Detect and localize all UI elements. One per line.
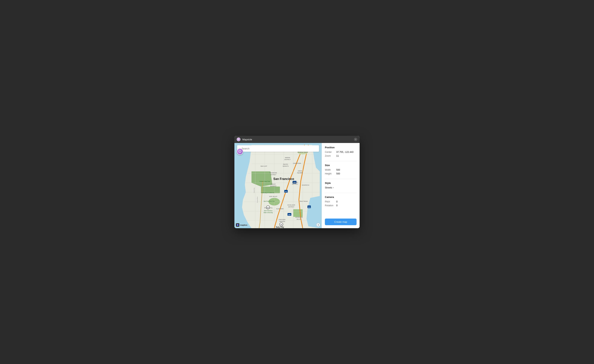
- center-row: Center 37.755, -122.443: [325, 151, 357, 153]
- svg-text:University of California: University of California: [261, 192, 274, 194]
- info-button[interactable]: ℹ: [316, 223, 320, 227]
- rotation-label: Rotation: [325, 204, 336, 207]
- svg-text:Daly City: Daly City: [276, 226, 284, 228]
- rotation-value: 0: [336, 204, 338, 207]
- window-body: 101 101 280 280 1 35 San Francisco Daly …: [234, 143, 360, 228]
- mapbox-logo: mapbox: [236, 223, 247, 227]
- svg-text:HEIGHTS: HEIGHTS: [283, 166, 289, 167]
- svg-text:DOGPATCH: DOGPATCH: [302, 184, 309, 186]
- svg-text:DISTRICT: DISTRICT: [292, 183, 298, 185]
- svg-text:MISSION: MISSION: [292, 182, 298, 183]
- center-label: Center: [325, 151, 336, 153]
- svg-text:SQUARE: SQUARE: [297, 172, 303, 174]
- svg-text:CHINATOWN: CHINATOWN: [293, 163, 301, 164]
- svg-text:GLEN PARK: GLEN PARK: [276, 208, 284, 209]
- zoom-value: 11: [336, 155, 339, 157]
- svg-text:San Francisco: San Francisco: [273, 177, 294, 181]
- app-logo: [237, 137, 241, 141]
- svg-text:NOE VALLEY: NOE VALLEY: [269, 196, 277, 197]
- svg-text:SEA CLIFF: SEA CLIFF: [260, 166, 267, 167]
- center-value: 37.755, -122.443: [336, 151, 353, 153]
- svg-point-75: [237, 225, 238, 225]
- svg-text:State University: State University: [263, 212, 273, 214]
- svg-text:35: 35: [281, 224, 282, 226]
- sidebar: Position Center 37.755, -122.443 Zoom 11…: [322, 143, 360, 228]
- create-map-button[interactable]: Create map: [325, 219, 357, 225]
- svg-text:RICHMOND: RICHMOND: [270, 172, 277, 174]
- svg-text:Sunset Blvd: Sunset Blvd: [257, 197, 258, 203]
- style-row: Streets ▾: [325, 186, 357, 189]
- svg-text:DISTRICT: DISTRICT: [288, 206, 295, 208]
- svg-rect-6: [293, 209, 303, 217]
- mapbox-logo-icon: [236, 223, 239, 227]
- map-pin-circle: [237, 148, 243, 155]
- svg-text:ASHBURY: ASHBURY: [270, 185, 277, 187]
- titlebar: Mapsicle ×: [234, 136, 360, 143]
- size-title: Size: [325, 164, 357, 167]
- height-label: Height: [325, 172, 336, 175]
- map-pin: [237, 148, 243, 155]
- pitch-label: Pitch: [325, 200, 336, 203]
- width-value: 500: [336, 169, 340, 171]
- svg-text:Silver Terrace: Silver Terrace: [300, 201, 308, 202]
- svg-text:San Francisco: San Francisco: [264, 210, 273, 211]
- svg-text:HAIGHT-: HAIGHT-: [271, 183, 276, 185]
- svg-text:Great Hwy: Great Hwy: [254, 188, 255, 193]
- svg-text:Golden Gate Park: Golden Gate Park: [259, 181, 270, 182]
- height-row: Height 500: [325, 172, 357, 175]
- width-label: Width: [325, 169, 336, 171]
- svg-text:DISTRICT: DISTRICT: [270, 174, 277, 175]
- close-button[interactable]: ×: [354, 138, 357, 141]
- search-input[interactable]: [242, 147, 317, 150]
- map-svg: 101 101 280 280 1 35 San Francisco Daly …: [234, 143, 322, 228]
- svg-text:MARINA: MARINA: [285, 157, 290, 158]
- zoom-row: Zoom 11: [325, 155, 357, 157]
- svg-text:DISTRICT: DISTRICT: [284, 159, 291, 160]
- map-pin-dot: [240, 151, 240, 152]
- zoom-label: Zoom: [325, 155, 336, 157]
- style-section: Style Streets ▾: [325, 182, 357, 193]
- svg-text:FOREST HILL: FOREST HILL: [264, 207, 273, 208]
- app-title: Mapsicle: [242, 138, 352, 141]
- map-area[interactable]: 101 101 280 280 1 35 San Francisco Daly …: [234, 143, 322, 228]
- svg-text:VALLEY: VALLEY: [297, 219, 301, 220]
- svg-text:VISITACION: VISITACION: [295, 217, 303, 218]
- svg-text:101: 101: [308, 206, 310, 208]
- svg-text:280: 280: [288, 214, 291, 215]
- map-pin-inner: [238, 150, 241, 153]
- style-value-text: Streets: [325, 186, 332, 189]
- svg-text:UNION: UNION: [298, 170, 302, 172]
- pitch-row: Pitch 0: [325, 200, 357, 203]
- rotation-row: Rotation 0: [325, 204, 357, 207]
- mapbox-logo-text: mapbox: [240, 224, 247, 226]
- style-title: Style: [325, 182, 357, 184]
- svg-text:San Francisco Zoo: San Francisco Zoo: [264, 201, 275, 202]
- svg-text:PACIFIC: PACIFIC: [283, 164, 288, 165]
- svg-text:CROCKER-: CROCKER-: [279, 219, 286, 220]
- camera-section: Camera Pitch 0 Rotation 0: [325, 196, 357, 211]
- app-window: Mapsicle ×: [234, 136, 360, 228]
- size-section: Size Width 500 Height 500: [325, 164, 357, 179]
- width-row: Width 500: [325, 169, 357, 171]
- svg-text:101: 101: [285, 191, 287, 192]
- position-section: Position Center 37.755, -122.443 Zoom 11: [325, 146, 357, 161]
- camera-title: Camera: [325, 196, 357, 198]
- style-selector[interactable]: Streets ▾: [325, 186, 334, 189]
- pitch-value: 0: [336, 200, 338, 203]
- search-bar: ⌕: [237, 145, 319, 152]
- position-title: Position: [325, 146, 357, 149]
- svg-text:AMAZON: AMAZON: [279, 221, 285, 222]
- chevron-down-icon: ▾: [333, 187, 334, 189]
- svg-text:EXCELSIOR: EXCELSIOR: [288, 204, 295, 206]
- height-value: 500: [336, 172, 340, 175]
